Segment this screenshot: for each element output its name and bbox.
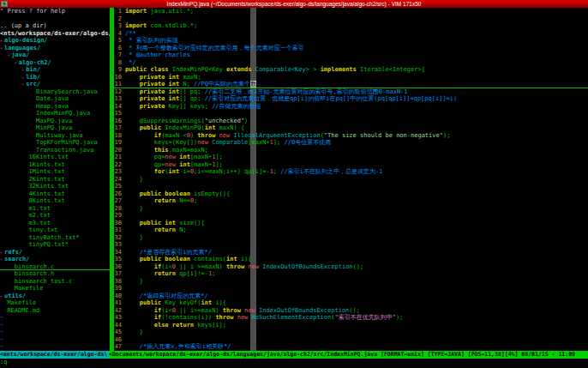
tree-item[interactable]: binsearch.h bbox=[0, 270, 110, 278]
code-line[interactable]: 39 bbox=[114, 285, 588, 293]
code-line[interactable]: 21 pq=new int[maxN+1]; bbox=[114, 154, 588, 161]
tree-item[interactable]: ▾src/ bbox=[0, 81, 110, 88]
code-line[interactable]: 9public class IndexMinPQ<Key extends Com… bbox=[114, 66, 588, 74]
code-line[interactable]: 22 qp=new int[maxN+1]; bbox=[114, 161, 588, 169]
tree-item[interactable]: TopKForMinPQ.java bbox=[0, 139, 110, 147]
code-line[interactable]: 43 if(!contains(i)) throw new NoSuchElem… bbox=[114, 314, 588, 322]
tree-item[interactable]: 16Kints.txt bbox=[0, 154, 110, 161]
code-line[interactable]: 6 * 利用一个整数索引对应特定的元素引用，每个元素对应一个索引 bbox=[114, 45, 588, 52]
tree-item[interactable]: ▸algo-design/ bbox=[0, 37, 110, 45]
tree-up-dir[interactable]: .. (up a dir) bbox=[0, 22, 110, 30]
dir-open-arrow-icon[interactable]: ▾ bbox=[0, 45, 3, 51]
tree-item[interactable]: 1Kints.txt bbox=[0, 161, 110, 169]
code-line[interactable]: 16 @SuppressWarnings("unchecked") bbox=[114, 118, 588, 125]
code-line[interactable]: 29 bbox=[114, 212, 588, 220]
dir-closed-arrow-icon[interactable]: ▸ bbox=[21, 67, 24, 72]
code-line[interactable]: 46 bbox=[114, 336, 588, 344]
code-line[interactable]: 15 bbox=[114, 110, 588, 118]
code-line[interactable]: 44 else return keys[i]; bbox=[114, 322, 588, 329]
tree-item[interactable]: IndexMinPQ.java bbox=[0, 110, 110, 118]
tree-item[interactable]: 32Kints.txt bbox=[0, 183, 110, 190]
tree-item[interactable]: ▾languages/ bbox=[0, 45, 110, 52]
code-line[interactable]: 18 if(maxN <0) throw new IllegalArgument… bbox=[114, 132, 588, 140]
code-line[interactable]: 42 if(i<0 || i>=maxN) throw new IndexOut… bbox=[114, 307, 588, 315]
code-line[interactable]: 24 } bbox=[114, 176, 588, 184]
titlebar[interactable]: IndexMinPQ.java (~/Documents/workspace/d… bbox=[0, 0, 588, 8]
code-line[interactable]: 36 if(i<0 || i >=maxN) throw new IndexOu… bbox=[114, 263, 588, 271]
tree-item[interactable]: BinarySearch.java bbox=[0, 88, 110, 96]
code-line[interactable]: 5 * 索引队列的实现 bbox=[114, 37, 588, 45]
dir-open-arrow-icon[interactable]: ▾ bbox=[7, 52, 9, 57]
tree-item[interactable]: README.md bbox=[0, 307, 110, 315]
code-line[interactable]: 26 public boolean isEmpty(){ bbox=[114, 190, 588, 198]
tree-item[interactable]: ▾search/ bbox=[0, 256, 110, 263]
tree-item[interactable]: binsearch_test.c bbox=[0, 278, 110, 286]
dir-open-arrow-icon[interactable]: ▾ bbox=[15, 60, 17, 65]
tree-item[interactable]: ▸utils/ bbox=[0, 293, 110, 300]
tree-item[interactable]: 1Mints.txt bbox=[0, 168, 110, 176]
tree-item[interactable]: MinPQ.java bbox=[0, 124, 110, 132]
nerdtree-pane[interactable]: " Press ? for help.. (up a dir)<nts/work… bbox=[0, 8, 110, 351]
code-line[interactable]: 12 private int[] pq; //索引二叉堆，由1开始-元素位置对应… bbox=[114, 88, 588, 96]
code-line[interactable]: 40 /*返回索引对应的元素*/ bbox=[114, 293, 588, 300]
tree-item[interactable]: ▸refs/ bbox=[0, 249, 110, 256]
code-line[interactable]: 13 private int[] qp; //索引对应的元素位置，也就是qp[i… bbox=[114, 95, 588, 103]
editor-pane[interactable]: 1import java.util.*;23import com.stdlib.… bbox=[114, 8, 588, 351]
code-line[interactable]: 31 return N; bbox=[114, 226, 588, 234]
code-line[interactable]: 33 bbox=[114, 241, 588, 249]
tree-item[interactable]: 2Kints.txt bbox=[0, 176, 110, 184]
dir-closed-arrow-icon[interactable]: ▸ bbox=[0, 38, 3, 43]
tree-item[interactable]: ▸bin/ bbox=[0, 66, 110, 74]
dir-closed-arrow-icon[interactable]: ▸ bbox=[0, 293, 3, 299]
code-line[interactable]: 27 return N==0; bbox=[114, 197, 588, 205]
tree-item[interactable]: MaxPQ.java bbox=[0, 118, 110, 125]
code-line[interactable]: 4/** bbox=[114, 30, 588, 38]
tree-item[interactable]: binsearch.c bbox=[0, 263, 110, 271]
tree-item[interactable]: Multiway.java bbox=[0, 132, 110, 140]
code-line[interactable]: 34 /*是否存在索引i的元素*/ bbox=[114, 249, 588, 256]
tree-item[interactable]: 8Kints.txt bbox=[0, 197, 110, 205]
command-line[interactable]: :q bbox=[0, 359, 588, 368]
code-line[interactable]: 11 private int N; //PQ中实际的元素个数 bbox=[114, 81, 588, 88]
tree-item[interactable]: Makefile bbox=[0, 285, 110, 293]
code-line[interactable]: 47 /*插入元素x,并和索引i相关联*/ bbox=[114, 343, 588, 351]
tree-item[interactable]: ▾java/ bbox=[0, 51, 110, 59]
code-line[interactable]: 45 } bbox=[114, 329, 588, 336]
code-line[interactable]: 8 */ bbox=[114, 59, 588, 67]
dir-open-arrow-icon[interactable]: ▾ bbox=[0, 256, 3, 262]
code-line[interactable]: 35 public boolean contains(int i){ bbox=[114, 256, 588, 263]
code-line[interactable]: 10 private int maxN; bbox=[114, 74, 588, 81]
code-line[interactable]: 25 bbox=[114, 183, 588, 190]
tree-item[interactable]: Date.java bbox=[0, 95, 110, 103]
tree-item[interactable]: 4Kints.txt bbox=[0, 190, 110, 198]
code-line[interactable]: 28 } bbox=[114, 205, 588, 213]
tree-item[interactable]: tinyBatch.txt* bbox=[0, 234, 110, 242]
code-line[interactable]: 17 public IndexMinPQ(int maxN) { bbox=[114, 124, 588, 132]
tree-item[interactable]: tiny.txt bbox=[0, 226, 110, 234]
tree-item[interactable]: Makefile bbox=[0, 299, 110, 307]
dir-open-arrow-icon[interactable]: ▾ bbox=[21, 81, 24, 87]
dir-closed-arrow-icon[interactable]: ▸ bbox=[0, 250, 3, 255]
code-line[interactable]: 3import com.stdlib.*; bbox=[114, 22, 588, 30]
tree-item[interactable]: m1.txt bbox=[0, 205, 110, 213]
code-line[interactable]: 14 private Key[] keys; //存储元素的数组 bbox=[114, 103, 588, 111]
code-line[interactable]: 32 } bbox=[114, 234, 588, 242]
tree-item[interactable]: ▸lib/ bbox=[0, 74, 110, 81]
tree-item[interactable]: ▾algo-ch2/ bbox=[0, 59, 110, 67]
code-line[interactable]: 37 return qp[i]!=-1; bbox=[114, 270, 588, 278]
code-line[interactable]: 19 keys=(Key[])new Comparable[maxN+1]; /… bbox=[114, 139, 588, 147]
code-line[interactable]: 38 } bbox=[114, 278, 588, 286]
code-line[interactable]: 1import java.util.*; bbox=[114, 8, 588, 15]
code-line[interactable]: 20 this.maxN=maxN; bbox=[114, 147, 588, 154]
tree-item[interactable]: m3.txt bbox=[0, 220, 110, 227]
dir-closed-arrow-icon[interactable]: ▸ bbox=[21, 75, 24, 80]
tree-item[interactable]: Heap.java bbox=[0, 103, 110, 111]
code-line[interactable]: 23 for(int i=0;i<=maxN;i++) qp[i]=-1; //… bbox=[114, 168, 588, 176]
code-line[interactable]: 30 public int size(){ bbox=[114, 220, 588, 227]
code-line[interactable]: 2 bbox=[114, 15, 588, 23]
code-line[interactable]: 41 public Key keyOf(int i){ bbox=[114, 299, 588, 307]
code-line[interactable]: 7 * @author charles bbox=[114, 51, 588, 59]
tree-item[interactable]: Transaction.java bbox=[0, 147, 110, 154]
tree-item[interactable]: m2.txt bbox=[0, 212, 110, 220]
tree-item[interactable]: tinyPQ.txt* bbox=[0, 241, 110, 249]
